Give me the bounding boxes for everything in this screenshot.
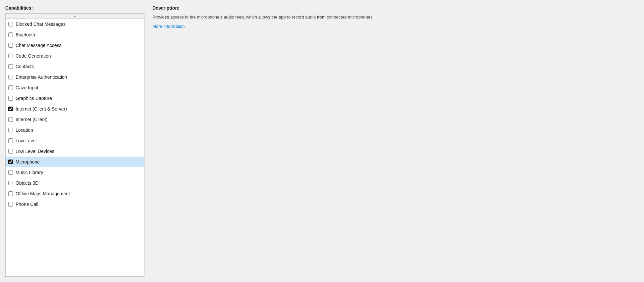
capability-checkbox[interactable]: [8, 191, 13, 196]
capability-item[interactable]: Music Library: [6, 167, 144, 178]
capability-checkbox[interactable]: [8, 138, 13, 143]
capability-item[interactable]: Graphics Capture: [6, 93, 144, 104]
capability-label: Enterprise Authentication: [16, 74, 67, 80]
capability-checkbox[interactable]: [8, 96, 13, 101]
description-text: Provides access to the microphone's audi…: [152, 14, 451, 21]
capability-item[interactable]: Objects 3D: [6, 178, 144, 188]
capability-item[interactable]: Internet (Client & Server): [6, 104, 144, 114]
scrollbar-up-arrow[interactable]: ▲: [6, 14, 144, 19]
capability-label: Phone Call: [16, 202, 38, 207]
description-header: Description:: [152, 5, 631, 11]
capability-checkbox[interactable]: [8, 85, 13, 90]
capability-checkbox[interactable]: [8, 64, 13, 69]
capability-item[interactable]: Blocked Chat Messages: [6, 19, 144, 29]
capability-label: Internet (Client): [16, 117, 47, 122]
capability-item[interactable]: Contacts: [6, 61, 144, 72]
capability-checkbox[interactable]: [8, 160, 13, 164]
capability-label: Offline Maps Management: [16, 191, 70, 196]
main-container: Capabilities: ▲ Blocked Chat MessagesBlu…: [0, 0, 644, 282]
capability-item[interactable]: Low Level Devices: [6, 146, 144, 157]
capability-label: Low Level: [16, 138, 36, 143]
capability-item[interactable]: Phone Call: [6, 199, 144, 210]
capability-item[interactable]: Bluetooth: [6, 29, 144, 40]
capability-checkbox[interactable]: [8, 32, 13, 37]
capability-checkbox[interactable]: [8, 170, 13, 175]
capability-label: Internet (Client & Server): [16, 106, 67, 112]
capability-checkbox[interactable]: [8, 22, 13, 26]
capability-label: Contacts: [16, 64, 34, 69]
capability-checkbox[interactable]: [8, 54, 13, 58]
capability-checkbox[interactable]: [8, 43, 13, 48]
right-panel: Description: Provides access to the micr…: [144, 5, 639, 277]
capability-checkbox[interactable]: [8, 181, 13, 185]
capability-label: Chat Message Access: [16, 43, 62, 48]
capability-item[interactable]: Microphone: [6, 157, 144, 167]
capability-item[interactable]: Gaze Input: [6, 82, 144, 93]
capability-label: Microphone: [16, 159, 40, 164]
capability-label: Gaze Input: [16, 85, 38, 90]
capability-checkbox[interactable]: [8, 202, 13, 207]
left-panel: Capabilities: ▲ Blocked Chat MessagesBlu…: [5, 5, 144, 277]
capability-label: Objects 3D: [16, 180, 38, 186]
capability-checkbox[interactable]: [8, 128, 13, 132]
capabilities-header: Capabilities:: [5, 5, 144, 11]
capability-checkbox[interactable]: [8, 75, 13, 79]
capability-label: Music Library: [16, 170, 43, 175]
more-info-link[interactable]: More information: [152, 24, 631, 29]
capability-item[interactable]: Location: [6, 125, 144, 135]
capability-label: Bluetooth: [16, 32, 35, 37]
capability-label: Blocked Chat Messages: [16, 22, 66, 27]
capability-item[interactable]: Chat Message Access: [6, 40, 144, 51]
capability-label: Code Generation: [16, 53, 51, 59]
capability-checkbox[interactable]: [8, 107, 13, 111]
capability-label: Graphics Capture: [16, 96, 52, 101]
capability-item[interactable]: Low Level: [6, 135, 144, 146]
capability-item[interactable]: Internet (Client): [6, 114, 144, 125]
capability-checkbox[interactable]: [8, 149, 13, 154]
capability-checkbox[interactable]: [8, 117, 13, 122]
capability-item[interactable]: Offline Maps Management: [6, 188, 144, 199]
capability-item[interactable]: Code Generation: [6, 51, 144, 61]
capabilities-list-wrapper: ▲ Blocked Chat MessagesBluetoothChat Mes…: [5, 13, 144, 277]
capability-label: Location: [16, 127, 33, 133]
capabilities-list[interactable]: Blocked Chat MessagesBluetoothChat Messa…: [6, 19, 144, 276]
capability-label: Low Level Devices: [16, 149, 54, 154]
capability-item[interactable]: Enterprise Authentication: [6, 72, 144, 82]
